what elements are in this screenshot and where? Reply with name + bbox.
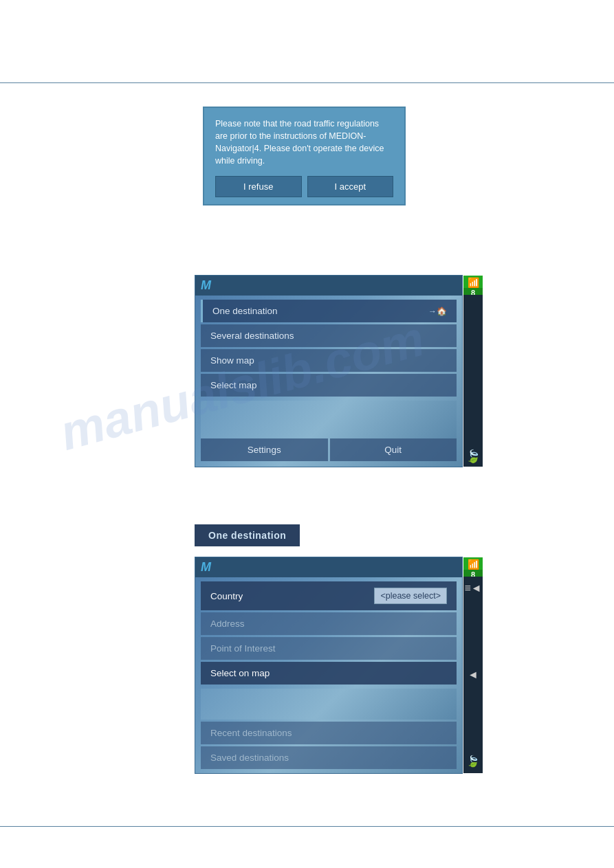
nav-header-dest: M xyxy=(195,557,462,577)
dialog-button-row: I refuse I accept xyxy=(215,176,393,197)
menu-item-show-map[interactable]: Show map xyxy=(201,349,457,372)
main-menu-screen: M 📶 8 One destination →🏠 Several destina… xyxy=(195,275,463,467)
arrow-left-icon[interactable]: ◄ xyxy=(463,666,483,684)
main-menu-items: One destination →🏠 Several destinations … xyxy=(195,296,462,401)
section-label: One destination xyxy=(195,524,300,546)
home-icon: →🏠 xyxy=(428,307,447,316)
dest-item-address[interactable]: Address xyxy=(201,612,457,635)
leaf-icon-dest: 🍃 xyxy=(463,752,483,770)
top-horizontal-rule xyxy=(0,82,614,83)
menu-item-several-destinations[interactable]: Several destinations xyxy=(201,324,457,347)
dialog-box: Please note that the road traffic regula… xyxy=(203,107,406,205)
dest-item-select-on-map[interactable]: Select on map xyxy=(201,662,457,685)
menu-item-one-destination[interactable]: One destination →🏠 xyxy=(201,300,457,322)
dest-item-label-poi: Point of Interest xyxy=(210,643,276,654)
dest-item-point-of-interest[interactable]: Point of Interest xyxy=(201,637,457,660)
settings-button[interactable]: Settings xyxy=(201,438,328,461)
dialog-text: Please note that the road traffic regula… xyxy=(215,118,393,168)
country-row: Country <please select> xyxy=(201,581,457,610)
menu-item-label-show-map: Show map xyxy=(210,355,254,366)
nav-screen-dest: M 📶 8 Country <please select> Address Po… xyxy=(195,557,463,774)
leaf-icon-main: 🍃 xyxy=(465,449,481,464)
dest-item-label-recent: Recent destinations xyxy=(210,728,292,738)
nav-logo-dest: M xyxy=(201,560,211,575)
menu-item-label-select-map: Select map xyxy=(210,380,257,390)
nav-right-bar-main: 🍃 xyxy=(463,295,483,467)
dest-menu-screen: M 📶 8 Country <please select> Address Po… xyxy=(195,557,463,774)
quit-button[interactable]: Quit xyxy=(330,438,457,461)
dest-item-label-saved: Saved destinations xyxy=(210,753,289,763)
signal-icon-main: 📶 xyxy=(468,277,479,288)
section-label-container: One destination xyxy=(195,524,300,546)
dest-item-recent[interactable]: Recent destinations xyxy=(201,722,457,744)
dest-right-bar: ≡◄ ◄ 🍃 xyxy=(463,577,483,773)
menu-item-select-map[interactable]: Select map xyxy=(201,374,457,397)
dest-menu-items-bottom: Recent destinations Saved destinations xyxy=(195,720,462,773)
main-menu-bottom: Settings Quit xyxy=(195,438,462,467)
map-preview-main xyxy=(201,401,457,438)
nav-screen-main: M 📶 8 One destination →🏠 Several destina… xyxy=(195,275,463,467)
nav-header-main: M xyxy=(195,276,462,296)
dest-item-saved[interactable]: Saved destinations xyxy=(201,746,457,769)
dest-item-label-select-on-map: Select on map xyxy=(210,668,270,678)
refuse-button[interactable]: I refuse xyxy=(215,176,302,197)
menu-item-label-several-destinations: Several destinations xyxy=(210,331,294,341)
dest-item-label-address: Address xyxy=(210,619,245,629)
country-select[interactable]: <please select> xyxy=(374,588,447,604)
disclaimer-dialog: Please note that the road traffic regula… xyxy=(203,107,406,205)
accept-button[interactable]: I accept xyxy=(307,176,394,197)
nav-logo-main: M xyxy=(201,278,211,293)
signal-icon-dest: 📶 xyxy=(468,559,479,570)
country-label: Country xyxy=(210,591,243,601)
menu-collapse-icon[interactable]: ≡◄ xyxy=(463,579,483,597)
menu-item-label-one-destination: One destination xyxy=(212,306,278,316)
map-preview-dest xyxy=(201,689,457,720)
dest-menu-items: Country <please select> Address Point of… xyxy=(195,577,462,689)
bottom-horizontal-rule xyxy=(0,826,614,827)
